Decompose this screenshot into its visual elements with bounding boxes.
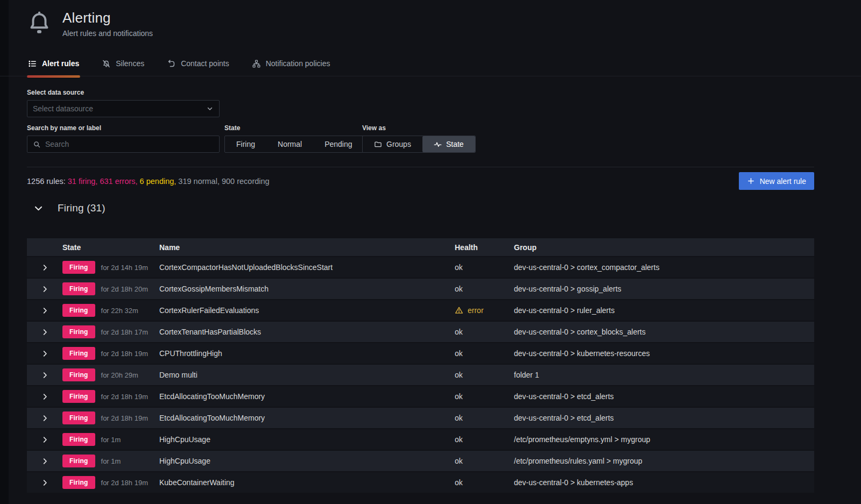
health-cell: ok bbox=[455, 263, 514, 272]
chevron-right-icon bbox=[41, 328, 49, 336]
search-input[interactable] bbox=[45, 140, 214, 148]
col-header-health: Health bbox=[455, 243, 514, 252]
group-cell: dev-us-central-0 > ruler_alerts bbox=[514, 306, 814, 315]
table-row[interactable]: Firing for 1m HighCpuUsage ok /etc/prome… bbox=[27, 429, 814, 451]
col-header-group: Group bbox=[514, 243, 814, 252]
new-alert-rule-button[interactable]: New alert rule bbox=[739, 172, 814, 190]
summary-segment: 319 normal, bbox=[178, 177, 222, 186]
table-row[interactable]: Firing for 1m HighCpuUsage ok /etc/prome… bbox=[27, 451, 814, 472]
firing-section-toggle[interactable]: Firing (31) bbox=[33, 202, 105, 214]
state-badge: Firing bbox=[62, 476, 95, 489]
rules-table: State Name Health Group Firing for 2d 14… bbox=[27, 238, 814, 494]
datasource-placeholder: Select datasource bbox=[33, 104, 202, 113]
health-text: ok bbox=[455, 328, 463, 336]
view-option-state[interactable]: State bbox=[422, 136, 475, 152]
row-duration: for 2d 18h 19m bbox=[101, 350, 148, 358]
table-row[interactable]: Firing for 2d 18h 19m KubeContainerWaiti… bbox=[27, 472, 814, 494]
share-arrow-icon bbox=[167, 59, 176, 68]
state-badge: Firing bbox=[62, 390, 95, 403]
state-badge: Firing bbox=[62, 368, 95, 381]
state-option-firing[interactable]: Firing bbox=[225, 136, 266, 152]
health-text: ok bbox=[455, 349, 463, 358]
rule-name: CPUThrottlingHigh bbox=[159, 349, 455, 358]
expand-row-button[interactable] bbox=[39, 455, 51, 467]
summary-segment: 900 recording bbox=[222, 177, 270, 186]
rule-name: Demo multi bbox=[159, 371, 455, 379]
plus-icon bbox=[747, 177, 755, 185]
health-text: ok bbox=[455, 371, 463, 379]
state-badge: Firing bbox=[62, 325, 95, 338]
tab-label: Notification policies bbox=[266, 59, 330, 68]
col-header-name: Name bbox=[159, 243, 455, 252]
group-cell: dev-us-central-0 > cortex_blocks_alerts bbox=[514, 328, 814, 336]
view-option-groups[interactable]: Groups bbox=[363, 136, 422, 152]
table-row[interactable]: Firing for 2d 18h 19m EtcdAllocatingTooM… bbox=[27, 386, 814, 408]
health-cell: ok bbox=[455, 328, 514, 336]
health-text: ok bbox=[455, 392, 463, 401]
group-cell: dev-us-central-0 > cortex_compactor_aler… bbox=[514, 263, 814, 272]
datasource-select[interactable]: Select datasource bbox=[27, 100, 220, 117]
group-cell: dev-us-central-0 > kubernetes-resources bbox=[514, 349, 814, 358]
health-text: ok bbox=[455, 285, 463, 293]
rule-name: KubeContainerWaiting bbox=[159, 478, 455, 487]
tab-label: Contact points bbox=[181, 59, 229, 68]
page-header: Alerting Alert rules and notifications bbox=[27, 10, 153, 38]
expand-row-button[interactable] bbox=[39, 434, 51, 446]
expand-row-button[interactable] bbox=[39, 283, 51, 295]
section-divider bbox=[27, 167, 814, 167]
health-cell: error bbox=[455, 306, 514, 315]
filters-panel: Select data source Select datasource Sea… bbox=[27, 89, 814, 155]
table-row[interactable]: Firing for 22h 32m CortexRulerFailedEval… bbox=[27, 300, 814, 322]
folder-icon bbox=[374, 140, 382, 148]
tab-notification-policies[interactable]: Notification policies bbox=[251, 56, 331, 76]
state-option-normal[interactable]: Normal bbox=[266, 136, 313, 152]
rule-name: CortexRulerFailedEvaluations bbox=[159, 306, 455, 315]
expand-row-button[interactable] bbox=[39, 412, 51, 424]
tab-contact-points[interactable]: Contact points bbox=[166, 56, 230, 76]
expand-row-button[interactable] bbox=[39, 391, 51, 403]
view-option-label: State bbox=[446, 140, 464, 148]
group-cell: dev-us-central-0 > etcd_alerts bbox=[514, 392, 814, 401]
health-text: ok bbox=[455, 435, 463, 444]
expand-row-button[interactable] bbox=[39, 369, 51, 381]
tab-silences[interactable]: Silences bbox=[101, 56, 145, 76]
row-duration: for 1m bbox=[101, 436, 121, 444]
rule-name: CortexTenantHasPartialBlocks bbox=[159, 328, 455, 336]
state-filter-group: Firing Normal Pending bbox=[224, 136, 364, 153]
rule-name: CortexGossipMembersMismatch bbox=[159, 285, 455, 293]
health-text: ok bbox=[455, 414, 463, 422]
expand-row-button[interactable] bbox=[39, 261, 51, 274]
state-option-pending[interactable]: Pending bbox=[313, 136, 363, 152]
table-row[interactable]: Firing for 2d 18h 19m CPUThrottlingHigh … bbox=[27, 343, 814, 365]
expand-row-button[interactable] bbox=[39, 326, 51, 338]
chevron-right-icon bbox=[41, 371, 49, 379]
search-icon bbox=[33, 140, 41, 148]
warning-icon bbox=[455, 306, 463, 315]
tab-alert-rules[interactable]: Alert rules bbox=[27, 56, 80, 76]
table-row[interactable]: Firing for 2d 18h 20m CortexGossipMember… bbox=[27, 279, 814, 300]
table-row[interactable]: Firing for 2d 18h 19m EtcdAllocatingTooM… bbox=[27, 408, 814, 429]
summary-segment: 631 errors, bbox=[100, 177, 139, 186]
row-duration: for 22h 32m bbox=[101, 307, 138, 315]
table-row[interactable]: Firing for 20h 29m Demo multi ok folder … bbox=[27, 365, 814, 386]
health-cell: ok bbox=[455, 371, 514, 379]
expand-row-button[interactable] bbox=[39, 477, 51, 489]
page-title: Alerting bbox=[62, 10, 153, 26]
state-badge: Firing bbox=[62, 261, 95, 274]
rule-name: CortexCompactorHasNotUploadedBlocksSince… bbox=[159, 263, 455, 272]
expand-row-button[interactable] bbox=[39, 304, 51, 317]
state-badge: Firing bbox=[62, 433, 95, 446]
rule-name: EtcdAllocatingTooMuchMemory bbox=[159, 414, 455, 422]
chevron-right-icon bbox=[41, 479, 49, 487]
health-text: ok bbox=[455, 457, 463, 465]
section-title: Firing (31) bbox=[58, 202, 105, 214]
expand-row-button[interactable] bbox=[39, 347, 51, 360]
row-duration: for 1m bbox=[101, 457, 121, 465]
health-cell: ok bbox=[455, 285, 514, 293]
chevron-right-icon bbox=[41, 285, 49, 293]
state-badge: Firing bbox=[62, 304, 95, 317]
table-row[interactable]: Firing for 2d 14h 19m CortexCompactorHas… bbox=[27, 257, 814, 279]
table-row[interactable]: Firing for 2d 18h 17m CortexTenantHasPar… bbox=[27, 322, 814, 343]
health-text: ok bbox=[455, 263, 463, 272]
row-duration: for 2d 18h 19m bbox=[101, 479, 148, 487]
